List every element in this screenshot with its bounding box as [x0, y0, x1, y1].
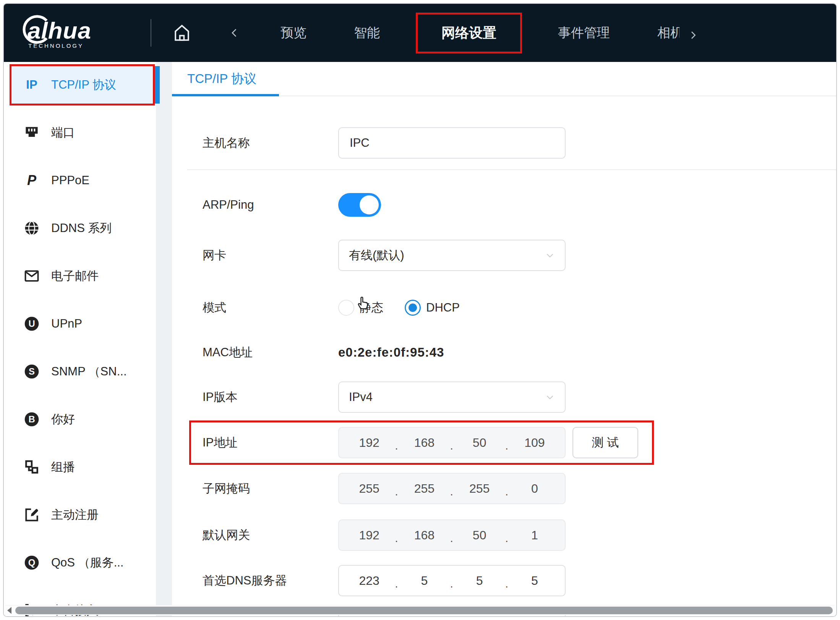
port-icon [23, 124, 41, 141]
globe-icon [23, 219, 41, 237]
test-button[interactable]: 测 试 [572, 427, 638, 458]
radio-dhcp-label[interactable]: DHCP [426, 301, 460, 315]
ip-octet: 192 [344, 528, 395, 542]
svg-text:U: U [28, 318, 35, 329]
section-divider [187, 169, 836, 170]
register-icon [23, 506, 41, 524]
octet-dot: . [450, 439, 454, 458]
sidebar-item-label: DDNS 系列 [51, 220, 112, 236]
nav-item-ai[interactable]: 智能 [354, 24, 380, 42]
nav-item-preview[interactable]: 预览 [281, 24, 306, 42]
field-row-host-name: 主机名称 [203, 127, 836, 159]
sidebar-item-label: PPPoE [51, 174, 89, 187]
nav-item-event[interactable]: 事件管理 [558, 24, 610, 42]
logo-ring-icon [21, 13, 55, 47]
scrollbar-thumb[interactable] [15, 607, 833, 614]
nic-select[interactable]: 有线(默认) [338, 240, 566, 271]
app-window: alhua TECHNOLOGY 预览智能网络设置事件管理相机 IPTCP/IP… [3, 3, 837, 617]
ip-address-highlight-box: IP地址 192.168.50.109 测 试 [189, 420, 654, 465]
octet-dot: . [505, 577, 509, 596]
ip-octet[interactable]: 5 [509, 574, 560, 588]
octet-dot: . [450, 485, 454, 503]
radio-static[interactable] [338, 300, 354, 316]
subnet-mask-input: 255.255.255.0 [338, 473, 566, 504]
host-name-input[interactable] [338, 127, 566, 159]
mac-value: e0:2e:fe:0f:95:43 [338, 345, 444, 360]
top-bar: alhua TECHNOLOGY 预览智能网络设置事件管理相机 [4, 4, 836, 62]
field-row-mode: 模式 静态 DHCP [203, 292, 836, 323]
svg-text:B: B [28, 414, 35, 424]
sidebar-item-label: 主动注册 [51, 507, 99, 523]
radio-static-label[interactable]: 静态 [360, 300, 383, 316]
sidebar-item-label: SNMP （SN... [51, 364, 127, 380]
sidebar-item-bonjour[interactable]: B你好 [11, 401, 153, 438]
mode-label: 模式 [203, 300, 338, 316]
sidebar-item-ddns[interactable]: DDNS 系列 [11, 209, 153, 247]
home-icon[interactable] [171, 22, 193, 44]
octet-dot: . [450, 532, 454, 550]
svg-text:Q: Q [28, 557, 36, 568]
svg-text:S: S [29, 366, 35, 377]
ip-octet: 168 [399, 528, 450, 542]
qos-icon: Q [23, 554, 41, 571]
octet-dot: . [505, 485, 509, 503]
ip-octet[interactable]: 5 [454, 574, 505, 588]
radio-dhcp[interactable] [405, 300, 421, 316]
sidebar-item-pppoe[interactable]: PPPPoE [11, 162, 153, 199]
chevron-down-icon [545, 250, 555, 260]
sidebar: IPTCP/IP 协议端口PPPPoEDDNS 系列电子邮件UUPnPSSNMP… [4, 62, 156, 616]
sidebar-item-email[interactable]: 电子邮件 [11, 257, 153, 295]
ip-address-label: IP地址 [203, 435, 338, 451]
octet-dot: . [395, 439, 399, 458]
sidebar-gutter [156, 62, 172, 616]
header-divider [151, 19, 151, 47]
gateway-input: 192.168.50.1 [338, 519, 566, 551]
ip-octet: 50 [454, 528, 505, 542]
sidebar-item-port[interactable]: 端口 [11, 114, 153, 151]
octet-dot: . [505, 439, 509, 458]
ip-version-select[interactable]: IPv4 [338, 381, 566, 413]
field-row-ip-version: IP版本 IPv4 [203, 381, 836, 413]
scroll-left-arrow-icon[interactable] [7, 607, 11, 614]
arp-ping-label: ARP/Ping [203, 198, 338, 212]
sidebar-item-register[interactable]: 主动注册 [11, 496, 153, 534]
sidebar-item-snmp[interactable]: SSNMP （SN... [11, 353, 153, 390]
ip-octet: 1 [509, 528, 560, 542]
ip-icon: IP [23, 76, 41, 94]
nav-item-camera[interactable]: 相机 [657, 24, 699, 42]
nav-item-network[interactable]: 网络设置 [416, 13, 522, 54]
octet-dot: . [395, 577, 399, 596]
nav-scroll-right-icon[interactable] [687, 29, 699, 41]
ip-octet[interactable]: 223 [344, 574, 395, 588]
octet-dot: . [395, 532, 399, 550]
ip-octet: 50 [454, 436, 505, 450]
arp-ping-toggle[interactable] [338, 193, 381, 217]
page-body: IPTCP/IP 协议端口PPPPoEDDNS 系列电子邮件UUPnPSSNMP… [4, 62, 836, 616]
brand-text: alhua [28, 17, 137, 44]
dns-input[interactable]: 223.5.5.5 [338, 565, 566, 596]
sidebar-item-tcpip[interactable]: IPTCP/IP 协议 [11, 66, 153, 104]
nav-scroll-left-icon[interactable] [228, 26, 242, 40]
ip-octet[interactable]: 5 [399, 574, 450, 588]
gateway-label: 默认网关 [203, 527, 338, 543]
sidebar-item-upnp[interactable]: UUPnP [11, 305, 153, 342]
nav-item-label: 相机 [657, 24, 679, 42]
octet-dot: . [395, 485, 399, 503]
sidebar-item-qos[interactable]: QQoS （服务... [11, 544, 153, 581]
ip-octet: 168 [399, 436, 450, 450]
tab-active-underline [172, 94, 279, 96]
mode-radio-group: 静态 DHCP [338, 300, 460, 316]
tab-tcpip[interactable]: TCP/IP 协议 [187, 70, 256, 88]
sidebar-item-label: 组播 [51, 459, 75, 475]
horizontal-scrollbar[interactable] [5, 605, 835, 615]
top-navigation: 预览智能网络设置事件管理相机 [257, 13, 722, 54]
bonjour-icon: B [23, 411, 41, 428]
upnp-icon: U [23, 315, 41, 333]
field-row-mac: MAC地址 e0:2e:fe:0f:95:43 [203, 337, 836, 368]
sidebar-item-label: 你好 [51, 411, 75, 427]
sidebar-item-label: QoS （服务... [51, 555, 123, 571]
tab-rule [172, 96, 836, 96]
active-indicator-bar [155, 66, 160, 104]
ip-octet: 192 [344, 436, 395, 450]
sidebar-item-multicast[interactable]: 组播 [11, 448, 153, 486]
